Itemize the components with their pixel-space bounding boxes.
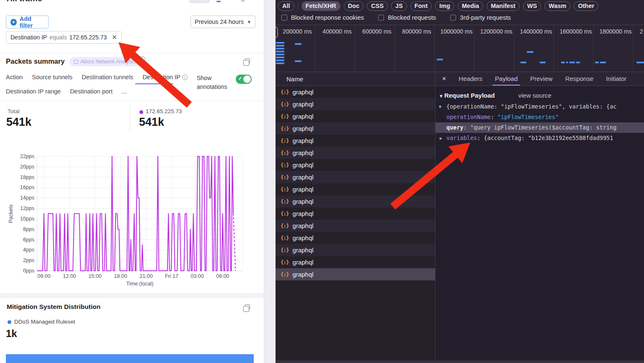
json-request-icon: {:} [281, 247, 289, 253]
request-row[interactable]: {:}graphql [276, 86, 435, 98]
close-panel-icon[interactable]: × [442, 75, 446, 83]
payload-line[interactable]: operationName: "ipFlowTimeseries" [435, 112, 644, 122]
remove-filter-icon[interactable]: ✕ [112, 34, 117, 41]
series-line-dashed [233, 214, 235, 271]
request-row[interactable]: {:}graphql [276, 110, 435, 122]
request-row[interactable]: {:}graphql [276, 232, 435, 244]
waterfall-bar [276, 51, 284, 52]
filter-pill-js[interactable]: JS [391, 1, 407, 11]
timeline-tick-label: 1600000 ms [559, 28, 592, 35]
request-row[interactable]: {:}graphql [276, 195, 435, 207]
mitigation-bar [6, 354, 254, 363]
payload-line[interactable]: query: "query ipFlowTimeseries($accountT… [435, 122, 644, 133]
checkbox-blocked-response-cookies[interactable]: Blocked response cookies [281, 14, 364, 21]
detail-tab-headers[interactable]: Headers [459, 72, 482, 86]
filter-pill-img[interactable]: Img [435, 1, 454, 11]
checkbox-box[interactable] [450, 15, 456, 21]
request-row[interactable]: {:}graphql [276, 122, 435, 135]
request-row[interactable]: {:}graphql [276, 135, 435, 147]
packets-summary-title: Packets summary [6, 57, 64, 65]
copy-mitigation-icon[interactable] [245, 304, 250, 309]
svg-text:21:00: 21:00 [139, 273, 152, 279]
payload-line[interactable]: ▶variables: {accountTag: "b12e3b2192ee55… [435, 133, 644, 143]
checkbox-label: Blocked response cookies [291, 14, 364, 21]
filter-operator: equals [49, 34, 67, 41]
tab-source-tunnels[interactable]: Source tunnels [32, 74, 72, 80]
checkbox--rd-party-requests[interactable]: 3rd-party requests [450, 14, 511, 21]
tab-destination-ip-range[interactable]: Destination IP range [6, 88, 61, 95]
filter-pill-font[interactable]: Font [410, 1, 432, 11]
selected-tab-underline [135, 83, 173, 84]
request-row[interactable]: {:}graphql [276, 244, 435, 256]
json-request-icon: {:} [281, 259, 289, 265]
filter-pill-doc[interactable]: Doc [344, 1, 363, 11]
chevron-down-icon: ▼ [247, 20, 251, 24]
detail-tab-preview[interactable]: Preview [530, 72, 552, 86]
detail-tab-response[interactable]: Response [565, 72, 594, 86]
waterfall-bar [295, 60, 301, 62]
timeline-gridline [633, 25, 634, 72]
network-overview-timeline[interactable]: 200000 ms400000 ms600000 ms800000 ms1000… [276, 25, 644, 72]
svg-text:18:00: 18:00 [114, 273, 127, 279]
request-row[interactable]: {:}graphql [276, 268, 435, 280]
detail-tab-payload[interactable]: Payload [495, 72, 518, 86]
packets-summary-tabs-secondary: Destination IP rangeDestination port... [6, 88, 127, 95]
waterfall-bar [276, 45, 284, 47]
show-annotations-toggle[interactable]: ✓ [236, 75, 252, 84]
request-row[interactable]: {:}graphql [276, 171, 435, 183]
payload-line[interactable]: ▼{operationName: "ipFlowTimeseries", var… [435, 101, 644, 112]
filter-pill-wasm[interactable]: Wasm [544, 1, 570, 11]
svg-text:14pps: 14pps [20, 195, 34, 201]
request-name: graphql [293, 149, 314, 156]
filter-pill-fetchxhr[interactable]: Fetch/XHR [301, 1, 340, 11]
request-row[interactable]: {:}graphql [276, 183, 435, 195]
json-request-icon: {:} [281, 271, 289, 277]
timeline-scroll-nub[interactable] [276, 27, 278, 38]
name-column-header[interactable]: Name [276, 72, 435, 86]
filter-pill-media[interactable]: Media [458, 1, 483, 11]
waterfall-bar [595, 62, 599, 63]
request-name: graphql [293, 125, 314, 132]
view-source-link[interactable]: view source [518, 92, 551, 99]
svg-text:09:00: 09:00 [37, 273, 50, 279]
filter-value: 172.65.225.73 [69, 34, 107, 41]
add-filter-button[interactable]: + Add filter [6, 16, 49, 29]
tab-destination-tunnels[interactable]: Destination tunnels [82, 74, 133, 80]
filter-pill-css[interactable]: CSS [367, 1, 388, 11]
request-row[interactable]: {:}graphql [276, 98, 435, 110]
tab-destination-port[interactable]: Destination port [70, 88, 113, 95]
svg-text:15:00: 15:00 [88, 273, 101, 279]
request-row[interactable]: {:}graphql [276, 147, 435, 159]
copy-panel-icon[interactable] [245, 58, 250, 63]
tab-destination-ip[interactable]: Destination IPi [142, 74, 187, 80]
time-range-dropdown[interactable]: Previous 24 hours ▼ [191, 16, 255, 28]
checkbox-box[interactable] [378, 15, 384, 21]
waterfall-bar [276, 42, 284, 44]
request-row[interactable]: {:}graphql [276, 159, 435, 171]
triangle-right-icon[interactable]: ▶ [440, 133, 442, 143]
filter-pill-all[interactable]: All [278, 1, 294, 11]
waterfall-bar [276, 60, 284, 61]
detail-tab-initiator[interactable]: Initiator [606, 72, 626, 86]
json-request-icon: {:} [281, 198, 289, 205]
filter-chip[interactable]: Destination IP equals 172.65.225.73 ✕ [6, 31, 122, 44]
filter-pill-other[interactable]: Other [574, 1, 598, 11]
filter-pill-ws[interactable]: WS [523, 1, 541, 11]
filter-pill-manifest[interactable]: Manifest [487, 1, 520, 11]
request-row[interactable]: {:}graphql [276, 256, 435, 268]
timeline-gridline [514, 25, 514, 72]
request-name: graphql [293, 88, 314, 96]
request-payload-section-title[interactable]: ▼Request Payload [439, 92, 495, 99]
triangle-down-icon[interactable]: ▼ [439, 101, 441, 112]
tab--[interactable]: ... [122, 88, 127, 95]
detail-panel-tabs: ×HeadersPayloadPreviewResponseInitiator [435, 72, 644, 86]
request-row[interactable]: {:}graphql [276, 220, 435, 232]
checkbox-box[interactable] [281, 15, 287, 21]
checkbox-blocked-requests[interactable]: Blocked requests [378, 14, 436, 21]
timeline-tick-label-clipped: 2 [640, 28, 643, 35]
clipped-gray-icon-remnant [241, 0, 245, 2]
series-color-dot [139, 110, 143, 114]
request-row[interactable]: {:}graphql [276, 207, 435, 220]
tab-action[interactable]: Action [6, 74, 23, 80]
about-network-analytics-badge[interactable]: About Network Analytics [70, 57, 141, 66]
